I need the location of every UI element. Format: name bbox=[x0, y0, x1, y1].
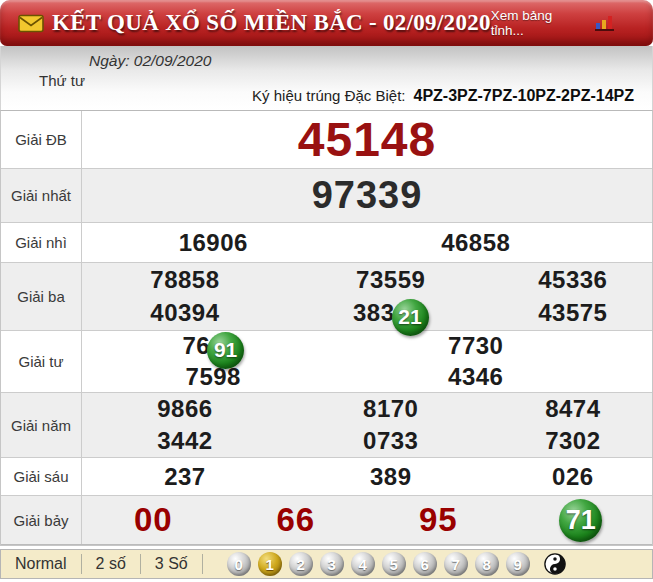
prize-number: 4346 bbox=[345, 363, 608, 391]
yin-yang-icon[interactable] bbox=[544, 553, 566, 575]
special-symbol-label: Ký hiệu trúng Đặc Biệt: bbox=[252, 87, 405, 104]
prize-number: 66 bbox=[225, 501, 368, 539]
prize-number: 389 bbox=[288, 463, 494, 491]
prize-row-sixth: Giải sáu 237 389 026 bbox=[1, 458, 652, 496]
prize-number: 78858 bbox=[82, 266, 288, 294]
page-title: KẾT QUẢ XỔ SỐ MIỀN BẮC - 02/09/2020 bbox=[52, 10, 491, 36]
prize-number: 026 bbox=[494, 463, 652, 491]
prize-number: 00 bbox=[82, 501, 225, 539]
prize-row-third: Giải ba 78858 73559 45336 40394 38321 43… bbox=[1, 263, 652, 331]
digit-ball-6[interactable]: 6 bbox=[413, 552, 437, 576]
weekday-label: Thứ tư bbox=[39, 72, 85, 89]
prize-number: 8170 bbox=[288, 395, 494, 423]
prize-number: 73559 bbox=[288, 266, 494, 294]
prize-label: Giải nhì bbox=[1, 223, 82, 262]
digit-ball-9[interactable]: 9 bbox=[506, 552, 530, 576]
special-symbol-value: 4PZ-3PZ-7PZ-10PZ-2PZ-14PZ bbox=[414, 87, 635, 104]
draw-info-section: Thứ tư Ngày: 02/09/2020 Ký hiệu trúng Đặ… bbox=[0, 46, 653, 110]
digit-ball-8[interactable]: 8 bbox=[475, 552, 499, 576]
digit-ball-7[interactable]: 7 bbox=[444, 552, 468, 576]
prize-number: 3442 bbox=[82, 427, 288, 455]
prize-number: 95 bbox=[367, 501, 510, 539]
prize-number: 7302 bbox=[494, 427, 652, 455]
prize-label: Giải bảy bbox=[1, 496, 82, 544]
bar-chart-icon[interactable] bbox=[595, 15, 615, 31]
reveal-ball: 91 bbox=[207, 332, 244, 369]
mode-normal[interactable]: Normal bbox=[9, 554, 82, 574]
digit-ball-3[interactable]: 3 bbox=[320, 552, 344, 576]
mode-3-digits[interactable]: 3 Số bbox=[141, 554, 203, 574]
prize-label: Giải nhất bbox=[1, 169, 82, 222]
mode-2-digits[interactable]: 2 số bbox=[82, 554, 141, 574]
results-table: Giải ĐB 45148 Giải nhất 97339 Giải nhì 1… bbox=[0, 110, 653, 546]
digit-ball-1[interactable]: 1 bbox=[258, 552, 282, 576]
prize-number: 38321 bbox=[288, 299, 494, 327]
prize-number: 71 bbox=[510, 505, 653, 536]
prize-number: 237 bbox=[82, 463, 288, 491]
prize-number: 7730 bbox=[345, 332, 608, 360]
prize-number: 97339 bbox=[82, 174, 652, 217]
prize-number: 46858 bbox=[345, 229, 608, 257]
prize-number: 7691 bbox=[82, 332, 345, 360]
prize-row-first: Giải nhất 97339 bbox=[1, 169, 652, 223]
prize-number: 45336 bbox=[494, 266, 652, 294]
digit-ball-0[interactable]: 0 bbox=[227, 552, 251, 576]
draw-date: Ngày: 02/09/2020 bbox=[89, 52, 211, 70]
lottery-results-widget: KẾT QUẢ XỔ SỐ MIỀN BẮC - 02/09/2020 Xem … bbox=[0, 0, 653, 582]
header-bar: KẾT QUẢ XỔ SỐ MIỀN BẮC - 02/09/2020 Xem … bbox=[0, 0, 653, 46]
digit-ball-row: 0 1 2 3 4 5 6 7 8 9 bbox=[227, 552, 566, 576]
footer-toolbar: Normal 2 số 3 Số 0 1 2 3 4 5 6 7 8 9 bbox=[0, 549, 653, 579]
reveal-ball: 21 bbox=[392, 299, 429, 336]
envelope-icon bbox=[18, 14, 44, 33]
reveal-ball: 71 bbox=[559, 499, 602, 542]
digit-ball-5[interactable]: 5 bbox=[382, 552, 406, 576]
prize-row-fifth: Giải năm 9866 8170 8474 3442 0733 7302 bbox=[1, 393, 652, 458]
prize-row-fourth: Giải tư 7691 7730 7598 4346 bbox=[1, 331, 652, 393]
prize-label: Giải ba bbox=[1, 263, 82, 330]
prize-label: Giải sáu bbox=[1, 458, 82, 495]
display-mode-tabs: Normal 2 số 3 Số bbox=[9, 554, 203, 574]
prize-number: 45148 bbox=[82, 112, 652, 167]
prize-row-seventh: Giải bảy 00 66 95 71 bbox=[1, 496, 652, 545]
view-province-table-link[interactable]: Xem bảng tỉnh... bbox=[491, 8, 588, 38]
special-symbol-line: Ký hiệu trúng Đặc Biệt:4PZ-3PZ-7PZ-10PZ-… bbox=[252, 87, 634, 105]
prize-number: 16906 bbox=[82, 229, 345, 257]
prize-label: Giải năm bbox=[1, 393, 82, 457]
prize-number: 0733 bbox=[288, 427, 494, 455]
prize-row-second: Giải nhì 16906 46858 bbox=[1, 223, 652, 263]
prize-label: Giải tư bbox=[1, 331, 82, 392]
prize-row-special: Giải ĐB 45148 bbox=[1, 111, 652, 169]
digit-ball-4[interactable]: 4 bbox=[351, 552, 375, 576]
prize-label: Giải ĐB bbox=[1, 111, 82, 168]
prize-number: 43575 bbox=[494, 299, 652, 327]
digit-ball-2[interactable]: 2 bbox=[289, 552, 313, 576]
prize-number: 8474 bbox=[494, 395, 652, 423]
prize-number: 9866 bbox=[82, 395, 288, 423]
prize-number: 7598 bbox=[82, 363, 345, 391]
prize-number: 40394 bbox=[82, 299, 288, 327]
